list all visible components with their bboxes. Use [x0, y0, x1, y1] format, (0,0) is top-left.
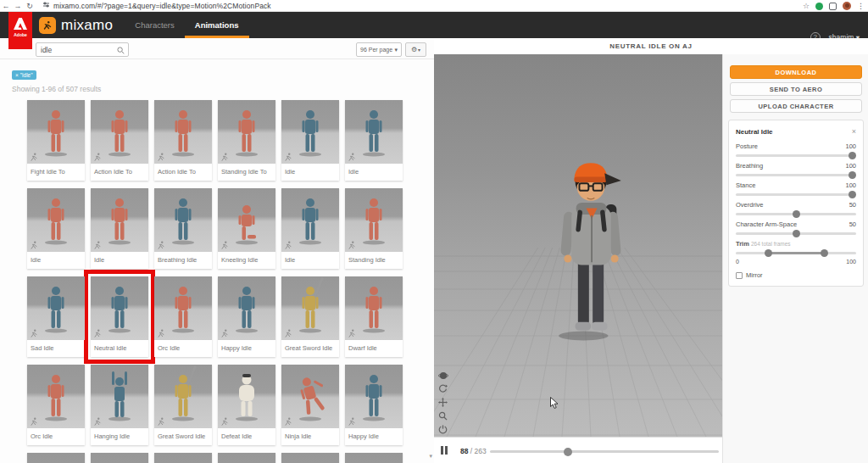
animation-card-label: Action Idle To — [91, 164, 148, 181]
animation-card-label: Standing Idle — [345, 252, 403, 269]
send-to-aero-button[interactable]: SEND TO AERO — [730, 82, 862, 96]
animation-card[interactable]: Idle — [91, 188, 148, 269]
scrollbar-down-arrow[interactable]: ▾ — [429, 453, 432, 460]
slider-track[interactable] — [736, 154, 856, 157]
viewport-3d[interactable] — [434, 54, 722, 437]
close-icon[interactable]: × — [852, 127, 856, 136]
animation-card[interactable]: Breathing Idle — [154, 188, 212, 269]
slider-track[interactable] — [736, 174, 856, 176]
animation-card[interactable]: Dwarf Idle — [345, 276, 403, 357]
animation-card[interactable]: Action Idle To — [154, 100, 212, 181]
adobe-logo[interactable]: Adobe — [8, 12, 32, 49]
tab-animations[interactable]: Animations — [185, 12, 249, 38]
frame-counter: 88 / 263 — [460, 447, 487, 455]
per-page-select[interactable]: 96 Per page ▾ — [356, 42, 402, 57]
animation-card[interactable]: Action Idle To — [91, 100, 148, 181]
slider-track[interactable] — [736, 232, 856, 235]
animation-card-partial[interactable] — [281, 453, 339, 463]
slider-handle[interactable] — [793, 210, 800, 218]
mirror-option[interactable]: Mirror — [736, 271, 856, 279]
animation-card-label: Hanging Idle — [91, 428, 148, 445]
tab-characters[interactable]: Characters — [125, 12, 184, 38]
animation-card-partial[interactable] — [154, 453, 212, 463]
animation-card-label: Ninja Idle — [281, 428, 339, 445]
animation-card[interactable]: Orc Idle — [27, 365, 85, 445]
slider-handle[interactable] — [849, 152, 856, 159]
trim-track[interactable] — [736, 252, 856, 254]
mirror-checkbox[interactable] — [736, 272, 743, 279]
slider-row: Posture100 — [736, 142, 856, 157]
animation-thumbnail — [218, 188, 275, 252]
pause-button[interactable] — [441, 445, 451, 455]
browser-profile-avatar[interactable] — [843, 2, 851, 10]
extensions-icon[interactable] — [829, 3, 837, 10]
animation-card[interactable]: Defeat Idle — [218, 365, 275, 445]
extension-green-icon[interactable] — [815, 3, 823, 10]
search-icon[interactable] — [117, 42, 125, 58]
animation-card-label: Idle — [91, 252, 148, 269]
download-button[interactable]: DOWNLOAD — [730, 65, 862, 79]
rotate-icon[interactable] — [437, 383, 448, 394]
filter-tag-idle[interactable]: × "idle" — [12, 70, 36, 80]
slider-handle[interactable] — [793, 230, 800, 237]
animation-card[interactable]: Great Sword Idle — [281, 276, 339, 357]
animation-card-label: Happy Idle — [345, 428, 403, 445]
upload-character-button[interactable]: UPLOAD CHARACTER — [730, 99, 862, 113]
forward-icon[interactable]: → — [12, 2, 24, 10]
slider-handle[interactable] — [849, 191, 856, 198]
animation-thumbnail — [154, 100, 212, 164]
animation-card-partial[interactable] — [218, 453, 275, 463]
animation-card[interactable]: Standing Idle — [345, 188, 403, 269]
animation-card-label: Fight Idle To — [27, 164, 85, 181]
browser-menu-icon[interactable]: ⋮ — [857, 2, 865, 10]
mixamo-wordmark: mixamo — [61, 17, 113, 34]
back-icon[interactable]: ← — [0, 2, 12, 10]
animation-card-partial[interactable] — [345, 453, 403, 463]
animation-card[interactable]: Happy Idle — [345, 365, 403, 445]
trim-min-label: 0 — [736, 259, 739, 265]
search-input[interactable] — [36, 46, 117, 54]
animation-card[interactable]: Ninja Idle — [281, 365, 339, 445]
playback-bar: 88 / 263 — [434, 437, 722, 463]
reload-icon[interactable]: ↻ — [24, 2, 36, 10]
orbit-icon[interactable] — [437, 370, 448, 381]
animation-card[interactable]: Idle — [281, 188, 339, 269]
mixamo-logo[interactable]: mixamo — [39, 17, 113, 34]
pan-icon[interactable] — [437, 397, 448, 408]
filter-tag-label: "idle" — [20, 72, 33, 78]
bookmark-star-icon[interactable]: ☆ — [803, 2, 810, 10]
animation-card-selected[interactable]: Neutral Idle — [91, 276, 148, 357]
results-panel: 96 Per page ▾ ⚙ ▾ × "idle" Showing 1-96 … — [0, 38, 434, 463]
animation-card-label: Standing Idle To — [218, 164, 275, 181]
animation-card[interactable]: Sad Idle — [27, 276, 85, 357]
animation-card[interactable]: Idle — [281, 100, 339, 181]
animation-card[interactable]: Fight Idle To — [27, 100, 85, 181]
settings-gear-button[interactable]: ⚙ ▾ — [405, 42, 426, 57]
animation-thumbnail — [345, 365, 403, 428]
animation-card[interactable]: Happy Idle — [218, 276, 275, 357]
trim-end-handle[interactable] — [821, 249, 828, 257]
slider-handle[interactable] — [849, 171, 856, 179]
slider-track[interactable] — [736, 193, 856, 196]
animation-card[interactable]: Standing Idle To — [218, 100, 275, 181]
animation-card-partial[interactable] — [27, 453, 85, 463]
animation-card-partial[interactable] — [91, 453, 148, 463]
trim-start-handle[interactable] — [765, 249, 772, 257]
animation-card[interactable]: Great Sword Idle — [154, 365, 212, 445]
animation-card[interactable]: Idle — [345, 100, 403, 181]
timeline-handle[interactable] — [564, 448, 572, 456]
animation-card[interactable]: Hanging Idle — [91, 365, 148, 445]
address-bar[interactable]: mixamo.com/#/?page=1&query=idle&type=Mot… — [53, 2, 271, 10]
timeline-slider[interactable] — [490, 450, 719, 453]
site-info-icon[interactable] — [42, 1, 50, 10]
slider-track[interactable] — [736, 213, 856, 215]
zoom-icon[interactable] — [437, 410, 448, 421]
animation-card[interactable]: Idle — [27, 188, 85, 269]
animation-thumbnail — [27, 188, 85, 252]
animation-card[interactable]: Kneeling Idle — [218, 188, 275, 269]
reset-camera-icon[interactable] — [437, 424, 448, 435]
animation-card[interactable]: Orc Idle — [154, 276, 212, 357]
animation-thumbnail — [91, 453, 148, 463]
animation-thumbnail — [218, 365, 275, 428]
character-aj — [536, 151, 646, 344]
